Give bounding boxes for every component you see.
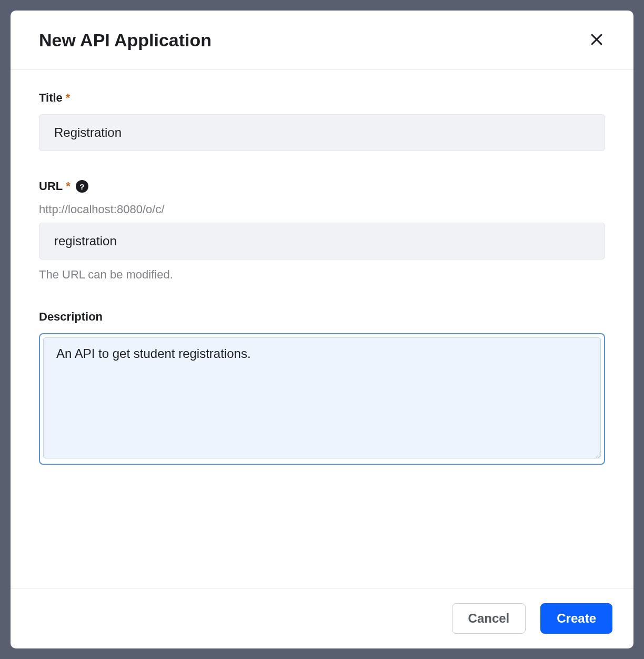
title-input[interactable] xyxy=(39,114,605,151)
description-focus-ring xyxy=(39,333,605,465)
create-button[interactable]: Create xyxy=(540,603,612,634)
description-field: Description xyxy=(39,310,605,465)
description-label-row: Description xyxy=(39,310,605,324)
close-icon xyxy=(589,32,605,49)
title-field: Title * xyxy=(39,91,605,151)
cancel-button[interactable]: Cancel xyxy=(452,603,526,634)
url-label: URL xyxy=(39,179,63,193)
modal-title: New API Application xyxy=(39,30,212,51)
close-button[interactable] xyxy=(585,28,608,52)
title-label-row: Title * xyxy=(39,91,605,105)
title-label: Title xyxy=(39,91,63,105)
url-field: URL * ? http://localhost:8080/o/c/ The U… xyxy=(39,179,605,282)
new-api-application-modal: New API Application Title * URL * ? xyxy=(11,11,633,648)
url-input[interactable] xyxy=(39,223,605,259)
required-indicator: * xyxy=(66,181,71,192)
modal-body: Title * URL * ? http://localhost:8080/o/… xyxy=(11,70,633,588)
url-label-row: URL * ? xyxy=(39,179,605,193)
modal-header: New API Application xyxy=(11,11,633,70)
required-indicator: * xyxy=(66,92,71,104)
help-icon[interactable]: ? xyxy=(76,180,88,193)
modal-footer: Cancel Create xyxy=(11,588,633,648)
description-textarea[interactable] xyxy=(43,337,601,458)
description-label: Description xyxy=(39,310,103,324)
url-prefix-hint: http://localhost:8080/o/c/ xyxy=(39,203,605,216)
url-help-text: The URL can be modified. xyxy=(39,268,605,282)
